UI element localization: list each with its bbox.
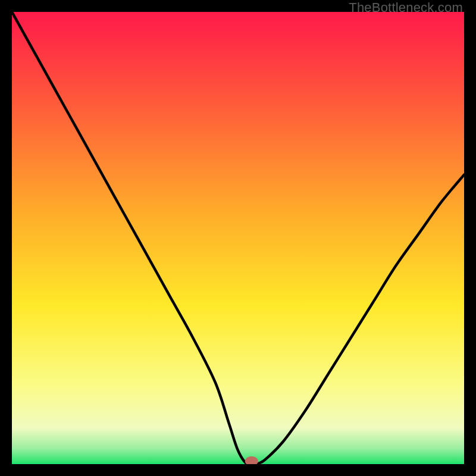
chart-frame: TheBottleneck.com (0, 0, 476, 476)
minimum-marker (245, 456, 258, 464)
curve-layer (12, 12, 464, 464)
bottleneck-curve (12, 12, 464, 464)
plot-area (12, 12, 464, 464)
watermark-text: TheBottleneck.com (349, 0, 463, 15)
